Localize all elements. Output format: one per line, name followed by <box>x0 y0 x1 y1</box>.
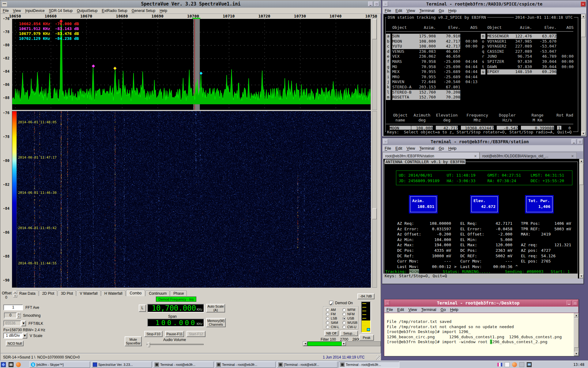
dsn-object-row-voyager1[interactable]: oVOYAGER1347.985-35.670 <box>481 39 574 44</box>
mode-option-usb[interactable]: USB <box>342 316 354 320</box>
tab-combo[interactable]: Combo <box>126 290 145 296</box>
dsn-object-row-dawn[interactable]: tDAWN97.83039.04400:00 <box>481 64 574 70</box>
firefox-launcher-icon[interactable] <box>16 362 21 367</box>
spectravue-menu-general-setup[interactable]: General Setup <box>130 9 157 13</box>
tab-raw-data[interactable]: Raw Data <box>16 290 39 296</box>
mode-option-wfm[interactable]: WFM <box>342 308 355 312</box>
station-scroll-down-icon[interactable]: ▼ <box>579 274 583 278</box>
tab-continuum[interactable]: Continuum <box>146 290 170 296</box>
taskbar-clock[interactable]: 13:48 <box>573 362 584 367</box>
mode-radio-wusb[interactable] <box>342 321 346 324</box>
tuning-scrollbar-thumb[interactable] <box>307 342 342 346</box>
taskbar-button-3[interactable]: Terminal - root@eb3fr... <box>215 362 276 368</box>
dsn-menu-file[interactable]: File <box>383 8 393 13</box>
spectravue-menu-outputsetup[interactable]: OutputSetup <box>75 9 100 13</box>
station-menu-help[interactable]: Help <box>446 146 459 151</box>
fft-ave-input[interactable]: 1 <box>3 305 23 310</box>
waterfall-scrollbar[interactable] <box>372 111 377 288</box>
shade-button[interactable]: — <box>385 301 390 305</box>
mode-option-sam[interactable]: SAM <box>326 321 338 324</box>
demod-on-checkbox[interactable]: ✓ <box>329 301 333 305</box>
waterfall-display[interactable] <box>17 111 371 288</box>
tray-firefox-icon[interactable] <box>512 362 517 367</box>
dsn-object-row-spitzer[interactable]: sSPITZER97.83039.04400:00 <box>481 59 574 64</box>
smoothing-input[interactable]: 0 <box>4 312 17 318</box>
pause-button[interactable]: Pause-F11 <box>165 331 184 337</box>
dsn-object-row-yutu[interactable]: cYUTU108.00042.71700:00 <box>386 44 477 49</box>
station-tab-1[interactable]: root@eb3frn:/OLDDEBIAN/argus_old_...✕ <box>480 152 577 159</box>
stop-button[interactable]: Stop-F10 <box>144 331 163 337</box>
dsn-object-row-voyager2[interactable]: pVOYAGER2227.089-53.047 <box>481 44 574 49</box>
maximize-button[interactable]: □ <box>374 2 379 6</box>
dsn-menu-edit[interactable]: Edit <box>393 8 404 13</box>
dsn-object-row-stereo-b[interactable]: lSTEREO-B152.76070.208 <box>386 90 477 95</box>
dsn-object-row-sun[interactable]: aSUN175.90870.910 <box>386 34 477 39</box>
smoothing-spin-up[interactable]: ▲ <box>17 312 21 315</box>
tray-notes-icon[interactable] <box>505 362 510 367</box>
dsn-object-row-rosetta[interactable]: mROSETTA152.76070.208 <box>386 95 477 100</box>
maximize-button[interactable]: □ <box>573 301 578 305</box>
offset-spin-up[interactable]: ▲ <box>13 291 17 294</box>
station-menu-file[interactable]: File <box>383 146 393 151</box>
dsn-object-row-messenger[interactable]: nMESSENGER122.47663.872 <box>481 34 574 39</box>
taskbar-button-0[interactable]: S[eb3frn - Skype™] <box>29 362 90 368</box>
nco-null-button[interactable]: NCO Null <box>6 341 24 346</box>
auto-scale-button[interactable]: Auto Scale (A) <box>206 304 225 312</box>
dsn-object-row-stereo-a[interactable]: kSTEREO-A203.15367.801 <box>386 85 477 90</box>
tab-phase[interactable]: Phase <box>170 290 187 296</box>
tab-v-waterfall[interactable]: V Waterfall <box>77 290 100 296</box>
dsn-menu-go[interactable]: Go <box>436 8 446 13</box>
applications-menu-icon[interactable] <box>1 362 6 367</box>
desktop-terminal-scrollbar[interactable]: ▲ ▼ <box>574 313 579 356</box>
mode-radio-am[interactable] <box>326 308 329 312</box>
mode-option-cw-u[interactable]: CW-U <box>342 325 356 329</box>
tab-h-waterfall[interactable]: H Waterfall <box>101 290 126 296</box>
minimize-button[interactable]: ▁ <box>567 301 571 305</box>
desktop-terminal-screen[interactable]: File /tmp/rotator.txt savedFile /tmp/rot… <box>384 313 574 356</box>
audio-volume-slider[interactable] <box>147 344 204 345</box>
dsn-object-row-cassini[interactable]: qCASSINI227.089-53.047 <box>481 49 574 54</box>
smoothing-spin-down[interactable]: ▼ <box>17 316 21 318</box>
dsn-object-row-mars[interactable]: fMARS70.958-25.69004:44 <box>386 59 477 64</box>
tray-app-icon[interactable] <box>519 362 524 367</box>
vscale-dropdown-icon[interactable]: ▼ <box>22 333 27 339</box>
dsn-menu-view[interactable]: View <box>404 8 417 13</box>
minimize-button[interactable]: ▁ <box>368 2 373 6</box>
dsn-object-row-vex[interactable]: eVEX236.06246.650 <box>386 54 477 59</box>
tray-display-icon[interactable] <box>527 362 532 367</box>
desktop-terminal-menu-edit[interactable]: Edit <box>395 307 406 312</box>
spectravue-menu-help[interactable]: Help <box>157 9 169 13</box>
dsn-titlebar[interactable]: — Terminal - root@eb3frn:/RADIO/SPICE/cs… <box>383 1 586 7</box>
tuning-scrollbar[interactable]: ◄ ► <box>303 341 381 346</box>
vscale-select[interactable]: 1 dB/Div <box>3 333 22 339</box>
mode-radio-usb[interactable] <box>342 317 346 320</box>
dsn-scroll-up-icon[interactable]: ▲ <box>581 14 586 18</box>
mode-option-fm[interactable]: FM <box>326 312 336 316</box>
dsn-object-row-moon[interactable]: bMOON108.00042.71700:00 <box>386 39 477 44</box>
station-menu-view[interactable]: View <box>404 146 417 151</box>
spectrum-scrollbar-thumb[interactable] <box>372 19 377 39</box>
shade-button[interactable]: — <box>383 139 388 144</box>
demod-frequency-display[interactable]: 10,700.000KHz <box>147 304 204 312</box>
desktop-terminal-menu-help[interactable]: Help <box>448 307 461 312</box>
taskbar-button-4[interactable]: [Terminal - root@eb3f... <box>277 362 337 368</box>
station-scroll-up-icon[interactable]: ▲ <box>579 159 583 163</box>
offset-spin-down[interactable]: ▼ <box>13 295 17 297</box>
maximize-button[interactable]: □ <box>578 139 582 144</box>
dsn-object-row-epoxy[interactable]: uEPOXY148.15069.296 <box>481 69 574 75</box>
spectravue-menu-inputdevice[interactable]: InputDevice <box>23 9 47 13</box>
nb-off-button[interactable]: NB Off <box>324 331 338 336</box>
lock-button[interactable]: L <box>139 305 146 312</box>
spectrum-scrollbar[interactable] <box>372 17 377 110</box>
station-scrollbar[interactable]: ▲ ▼ <box>579 159 584 278</box>
mode-radio-nfm[interactable] <box>342 312 346 316</box>
spectravue-menu-view[interactable]: View <box>11 9 23 13</box>
spectravue-menu-extradio-setup[interactable]: ExtRadio Setup <box>100 9 129 13</box>
mode-radio-wfm[interactable] <box>342 308 346 312</box>
dsn-object-row-maven[interactable]: jMAVEN72.648-20.54004:13 <box>386 79 477 85</box>
dsn-scroll-down-icon[interactable]: ▼ <box>581 132 586 136</box>
audio-volume-thumb[interactable] <box>148 342 150 347</box>
desktop-terminal-titlebar[interactable]: — Terminal - root@eb3frn:~/Desktop ▁ □ <box>384 300 578 306</box>
setup-button[interactable]: Setup... <box>340 331 358 336</box>
dsn-terminal-screen[interactable]: DSN station tracking v0.2_SPICE by EB3FR… <box>383 14 581 136</box>
